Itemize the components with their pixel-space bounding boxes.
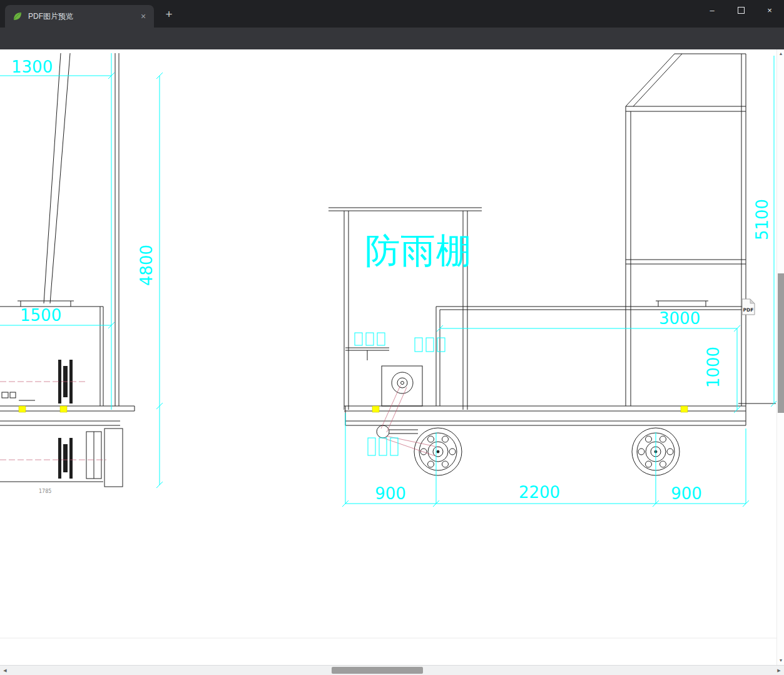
dim-label-4800: 4800 xyxy=(137,245,156,286)
maximize-icon xyxy=(738,7,745,14)
dim-label-900-left: 900 xyxy=(375,484,406,503)
cad-drawing: 1300 4800 1500 5100 3000 1000 900 2200 9… xyxy=(0,49,776,665)
minimize-icon: – xyxy=(710,6,714,15)
cad-wheel-left xyxy=(414,428,462,475)
browser-toolbar: ← → localhost:8012/onlinePreview?url=htt… xyxy=(0,28,784,49)
spring-leaf-favicon xyxy=(13,11,23,21)
pdf-badge-text: PDF xyxy=(743,307,754,313)
tab-title: PDF图片预览 xyxy=(28,11,138,22)
window-controls: – × xyxy=(698,0,784,20)
scroll-left-icon[interactable]: ◀ xyxy=(0,666,10,675)
dimension-labels: 1300 4800 1500 5100 3000 1000 900 2200 9… xyxy=(11,58,771,503)
scroll-right-icon[interactable]: ▶ xyxy=(774,666,784,675)
minimize-button[interactable]: – xyxy=(698,0,726,20)
shed-label: 防雨棚 xyxy=(365,230,472,271)
dim-label-1785: 1785 xyxy=(39,489,51,494)
vertical-scrollbar-thumb[interactable] xyxy=(778,273,784,413)
browser-window: PDF图片预览 × + – × ← → xyxy=(0,0,784,675)
tab-strip: PDF图片预览 × + – × xyxy=(0,0,784,28)
dim-label-5100: 5100 xyxy=(753,199,771,240)
dim-label-1000: 1000 xyxy=(704,347,723,388)
new-tab-button[interactable]: + xyxy=(163,8,175,21)
dim-label-1300: 1300 xyxy=(11,58,53,76)
dim-label-3000: 3000 xyxy=(659,309,700,328)
scroll-down-icon[interactable]: ▼ xyxy=(777,656,784,665)
dim-label-900-right: 900 xyxy=(671,484,702,503)
tab-close-icon[interactable]: × xyxy=(138,11,149,22)
cad-coupling-parts xyxy=(58,360,73,479)
dim-label-2200: 2200 xyxy=(519,483,560,502)
dim-label-1500: 1500 xyxy=(20,306,61,325)
preview-content: 1300 4800 1500 5100 3000 1000 900 2200 9… xyxy=(0,49,776,665)
maximize-button[interactable] xyxy=(726,0,755,20)
close-icon: × xyxy=(767,6,772,15)
tab-pdf-preview[interactable]: PDF图片预览 × xyxy=(5,5,154,28)
horizontal-scrollbar[interactable]: ◀ ▶ xyxy=(0,665,784,675)
horizontal-scrollbar-thumb[interactable] xyxy=(332,667,423,674)
close-button[interactable]: × xyxy=(755,0,784,20)
vertical-scrollbar[interactable]: ▲ ▼ xyxy=(776,49,784,665)
pdf-file-icon[interactable]: PDF xyxy=(742,299,755,315)
scroll-up-icon[interactable]: ▲ xyxy=(777,49,784,58)
